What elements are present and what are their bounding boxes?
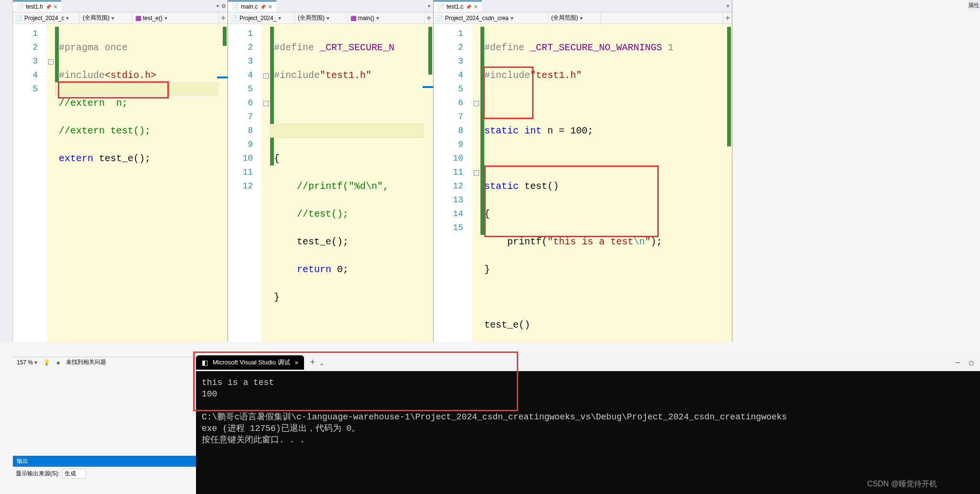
tab-bar: 📄 main.c × ▾ bbox=[228, 0, 433, 12]
tab-label: main.c bbox=[241, 3, 258, 10]
split-icon[interactable]: ✛ bbox=[219, 12, 228, 23]
tab-bar: 📄 test1.h × ▾ ⚙ bbox=[13, 0, 228, 12]
tab-bar: 📄 test1.c × ▾ bbox=[434, 0, 732, 12]
editor-pane-mainc: 📄 main.c × ▾ Project_2024_ ▾ (全局范围)▾ mai… bbox=[228, 0, 434, 342]
output-source-label: 显示输出来源(S): bbox=[16, 470, 59, 478]
code-editor-test1c[interactable]: 123 456 789 101112 131415 - - #define _C… bbox=[434, 24, 732, 342]
line-gutter: 123 456 789 101112 131415 bbox=[434, 24, 472, 342]
code-editor-mainc[interactable]: 123 456 789 101112 - - #define _CRT_SECU… bbox=[228, 24, 433, 342]
close-icon[interactable]: × bbox=[268, 3, 272, 11]
nav-bar: Project_2024_c ▾ (全局范围) ▾ test_e() ▾ ✛ bbox=[13, 12, 228, 24]
debug-console-window: Microsoft Visual Studio 调试 × + ⌄ — ▢ thi… bbox=[196, 354, 980, 494]
nav-project[interactable]: Project_2024_csdn_crea▾ bbox=[434, 12, 548, 23]
current-line-highlight bbox=[270, 124, 424, 138]
editor-pane-test1h: 📄 test1.h × ▾ ⚙ Project_2024_c ▾ (全局范围) … bbox=[13, 0, 228, 342]
chevron-down-icon: ▾ bbox=[111, 15, 114, 22]
nav-function[interactable]: test_e() ▾ bbox=[132, 12, 219, 23]
output-source-select[interactable]: 生成 bbox=[62, 469, 86, 479]
tab-actions: ▾ ⚙ bbox=[216, 2, 228, 10]
function-icon bbox=[350, 15, 356, 22]
editor-pane-test1c: 📄 test1.c × ▾ Project_2024_csdn_crea▾ (全… bbox=[434, 0, 732, 342]
nav-bar: Project_2024_ ▾ (全局范围)▾ main()▾ ✛ bbox=[228, 12, 433, 24]
tab-label: test1.c bbox=[446, 3, 463, 10]
line-gutter: 1 2 3 4 5 bbox=[13, 24, 46, 342]
close-icon[interactable]: × bbox=[474, 3, 478, 11]
nav-project[interactable]: Project_2024_ ▾ bbox=[228, 12, 295, 23]
output-header[interactable]: 输出 bbox=[13, 456, 204, 467]
chevron-down-icon: ▾ bbox=[66, 15, 69, 22]
fold-margin[interactable]: - - bbox=[261, 24, 270, 342]
watermark: CSDN @睡觉待开机 bbox=[867, 479, 937, 489]
tab-label: test1.h bbox=[26, 3, 43, 10]
gear-icon[interactable]: ⚙ bbox=[222, 2, 226, 10]
project-icon bbox=[436, 15, 443, 22]
property-tab-label[interactable]: 属性 bbox=[968, 0, 980, 11]
code-editor-test1h[interactable]: 1 2 3 4 5 - #pragma once #include<stdio.… bbox=[13, 24, 228, 342]
nav-project[interactable]: Project_2024_c ▾ bbox=[13, 12, 80, 23]
editor-area: 📄 test1.h × ▾ ⚙ Project_2024_c ▾ (全局范围) … bbox=[0, 0, 980, 342]
output-panel: 输出 显示输出来源(S): 生成 bbox=[13, 456, 204, 494]
project-icon bbox=[231, 15, 238, 22]
lightbulb-icon[interactable]: 💡 bbox=[43, 359, 50, 366]
nav-function[interactable] bbox=[601, 12, 723, 23]
zoom-level[interactable]: 157 % ▾ bbox=[17, 359, 37, 366]
annotation-box-console bbox=[193, 351, 518, 411]
issues-label[interactable]: 未找到相关问题 bbox=[66, 358, 106, 366]
nav-project-label: Project_2024_c bbox=[24, 15, 64, 22]
nav-scope[interactable]: (全局范围)▾ bbox=[548, 12, 601, 23]
minimize-button[interactable]: — bbox=[956, 359, 959, 367]
file-icon: 📄 bbox=[232, 3, 239, 10]
chevron-down-icon: ▾ bbox=[164, 15, 167, 22]
code-lines[interactable]: #define _CRT_SECURE_NO_WARNINGS 1 #inclu… bbox=[484, 24, 732, 342]
dropdown-icon[interactable]: ▾ bbox=[427, 2, 431, 10]
change-bar bbox=[55, 24, 59, 342]
pin-icon[interactable] bbox=[45, 3, 51, 10]
file-tab-mainc[interactable]: 📄 main.c × bbox=[228, 0, 276, 12]
check-icon: ● bbox=[56, 359, 60, 366]
pin-icon[interactable] bbox=[466, 3, 471, 10]
file-tab-test1h[interactable]: 📄 test1.h × bbox=[13, 0, 61, 12]
pin-icon[interactable] bbox=[260, 3, 266, 10]
window-controls: — ▢ bbox=[956, 359, 980, 367]
close-icon[interactable]: × bbox=[54, 3, 57, 11]
nav-scope[interactable]: (全局范围)▾ bbox=[295, 12, 348, 23]
change-bar bbox=[270, 24, 274, 342]
split-icon[interactable]: ✛ bbox=[723, 12, 732, 23]
line-gutter: 123 456 789 101112 bbox=[228, 24, 261, 342]
project-icon bbox=[16, 15, 22, 22]
dropdown-icon[interactable]: ▾ bbox=[726, 2, 730, 10]
maximize-button[interactable]: ▢ bbox=[969, 359, 973, 367]
function-icon bbox=[135, 15, 141, 22]
left-toolbar[interactable] bbox=[0, 0, 13, 342]
split-icon[interactable]: ✛ bbox=[425, 12, 433, 23]
code-lines[interactable]: #define _CRT_SECURE_N #include"test1.h" … bbox=[274, 24, 433, 342]
fold-margin[interactable]: - - bbox=[472, 24, 480, 342]
nav-scope[interactable]: (全局范围) ▾ bbox=[80, 12, 132, 23]
nav-func-label: test_e() bbox=[143, 15, 163, 22]
change-bar bbox=[480, 24, 484, 342]
nav-scope-label: (全局范围) bbox=[83, 14, 109, 22]
file-icon: 📄 bbox=[437, 3, 444, 10]
nav-function[interactable]: main()▾ bbox=[348, 12, 425, 23]
dropdown-icon[interactable]: ▾ bbox=[216, 2, 219, 10]
code-lines[interactable]: #pragma once #include<stdio.h> //extern … bbox=[59, 24, 228, 342]
file-tab-test1c[interactable]: 📄 test1.c × bbox=[434, 0, 482, 12]
file-icon: 📄 bbox=[17, 3, 23, 10]
fold-margin[interactable]: - bbox=[46, 24, 55, 342]
nav-bar: Project_2024_csdn_crea▾ (全局范围)▾ ✛ bbox=[434, 12, 732, 24]
current-line-highlight bbox=[55, 82, 218, 96]
